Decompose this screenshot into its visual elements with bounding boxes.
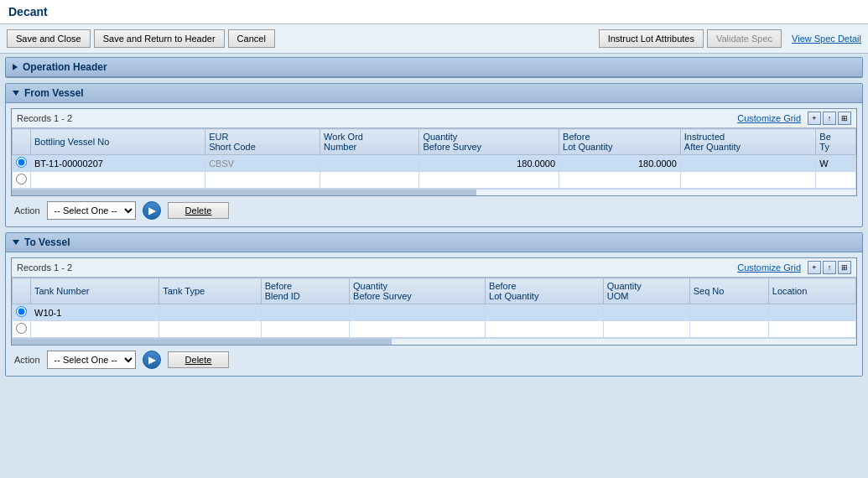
view-spec-link[interactable]: View Spec Detail bbox=[792, 34, 861, 44]
from-vessel-col-vessel-no: Bottling Vessel No bbox=[31, 129, 205, 155]
to-vessel-grid-header: Records 1 - 2 Customize Grid + ↑ ⊞ bbox=[12, 258, 856, 278]
to-vessel-table: Tank Number Tank Type BeforeBlend ID Qua… bbox=[12, 278, 856, 338]
to-vessel-row2-seq-no bbox=[689, 321, 768, 338]
operation-header-section: Operation Header bbox=[5, 57, 863, 78]
from-vessel-action-label: Action bbox=[14, 205, 40, 216]
to-vessel-col-seq-no: Seq No bbox=[689, 278, 768, 304]
to-vessel-grid-icons: + ↑ ⊞ bbox=[808, 261, 851, 274]
from-vessel-col-radio bbox=[13, 129, 31, 155]
from-vessel-row2-be-ty bbox=[816, 172, 856, 189]
from-vessel-col-instructed: InstructedAfter Quantity bbox=[680, 129, 816, 155]
to-vessel-col-tank-number: Tank Number bbox=[31, 278, 159, 304]
to-vessel-delete-button[interactable]: Delete bbox=[168, 351, 230, 368]
from-vessel-action-row: Action -- Select One -- ▶ Delete bbox=[11, 196, 857, 221]
to-vessel-row1-before-blend bbox=[261, 304, 349, 321]
to-vessel-go-button[interactable]: ▶ bbox=[143, 351, 161, 369]
to-vessel-row1-seq-no bbox=[689, 304, 768, 321]
expand-icon bbox=[13, 91, 19, 96]
from-vessel-row1-radio[interactable] bbox=[13, 155, 31, 172]
to-vessel-row2-location bbox=[768, 321, 855, 338]
from-vessel-row2-instructed bbox=[680, 172, 816, 189]
to-vessel-row2-before-blend bbox=[261, 321, 349, 338]
collapse-icon bbox=[13, 64, 18, 70]
from-vessel-row2-radio[interactable] bbox=[13, 172, 31, 189]
to-vessel-grid-icon[interactable]: ⊞ bbox=[838, 261, 851, 274]
from-vessel-scroll-thumb bbox=[12, 190, 476, 195]
from-vessel-col-eur: EURShort Code bbox=[205, 129, 320, 155]
to-vessel-scroll-thumb bbox=[12, 339, 392, 345]
to-vessel-records: Records 1 - 2 bbox=[17, 262, 72, 273]
to-vessel-col-qty-before: QuantityBefore Survey bbox=[350, 278, 486, 304]
from-vessel-grid-header: Records 1 - 2 Customize Grid + ↑ ⊞ bbox=[12, 109, 856, 128]
from-vessel-row1-qty-before: 180.0000 bbox=[419, 155, 559, 172]
to-vessel-row1-qty-uom bbox=[603, 304, 689, 321]
from-vessel-grid: Records 1 - 2 Customize Grid + ↑ ⊞ bbox=[11, 108, 857, 196]
to-vessel-col-radio bbox=[13, 278, 31, 304]
to-vessel-row1-radio[interactable] bbox=[13, 304, 31, 321]
to-vessel-col-before-lot: BeforeLot Quantity bbox=[486, 278, 604, 304]
from-vessel-delete-button[interactable]: Delete bbox=[168, 202, 230, 219]
from-vessel-row-1[interactable]: BT-11-00000207 CBSV 180.0000 180.0000 W bbox=[13, 155, 856, 172]
to-vessel-row2-qty-before bbox=[350, 321, 486, 338]
to-vessel-grid: Records 1 - 2 Customize Grid + ↑ ⊞ bbox=[11, 257, 857, 346]
to-vessel-expand-icon bbox=[13, 240, 19, 245]
to-vessel-customize[interactable]: Customize Grid bbox=[737, 262, 801, 273]
to-vessel-body: Records 1 - 2 Customize Grid + ↑ ⊞ bbox=[6, 252, 862, 376]
to-vessel-toggle[interactable]: To Vessel bbox=[6, 233, 862, 252]
from-vessel-toggle[interactable]: From Vessel bbox=[6, 84, 862, 103]
toolbar: Save and Close Save and Return to Header… bbox=[0, 24, 868, 54]
to-vessel-row1-tank-number: W10-1 bbox=[31, 304, 159, 321]
page-title: Decant bbox=[0, 0, 868, 24]
to-vessel-row2-radio[interactable] bbox=[13, 321, 31, 338]
to-vessel-row1-qty-before bbox=[350, 304, 486, 321]
from-vessel-grid-icon[interactable]: ⊞ bbox=[838, 112, 851, 125]
from-vessel-scrollbar[interactable] bbox=[12, 189, 856, 195]
to-vessel-row1-location bbox=[768, 304, 855, 321]
from-vessel-upload-icon[interactable]: ↑ bbox=[823, 112, 836, 125]
to-vessel-row-1[interactable]: W10-1 bbox=[13, 304, 856, 321]
from-vessel-row1-be-ty: W bbox=[816, 155, 856, 172]
to-vessel-row-2[interactable] bbox=[13, 321, 856, 338]
to-vessel-row2-before-lot bbox=[486, 321, 604, 338]
from-vessel-action-select[interactable]: -- Select One -- bbox=[47, 201, 136, 220]
to-vessel-col-tank-type: Tank Type bbox=[159, 278, 261, 304]
to-vessel-row2-qty-uom bbox=[603, 321, 689, 338]
from-vessel-row1-eur: CBSV bbox=[205, 155, 320, 172]
from-vessel-row2-work-ord bbox=[320, 172, 419, 189]
from-vessel-col-be-ty: BeTy bbox=[816, 129, 856, 155]
from-vessel-label: From Vessel bbox=[24, 87, 84, 99]
instruct-lot-button[interactable]: Instruct Lot Attributes bbox=[599, 29, 704, 48]
main-content: Operation Header From Vessel Records 1 -… bbox=[0, 54, 868, 478]
from-vessel-row2-before-lot bbox=[559, 172, 681, 189]
validate-spec-button: Validate Spec bbox=[707, 29, 782, 48]
from-vessel-go-button[interactable]: ▶ bbox=[143, 201, 161, 220]
from-vessel-col-work-ord: Work OrdNumber bbox=[320, 129, 419, 155]
to-vessel-row2-tank-type bbox=[159, 321, 261, 338]
from-vessel-customize[interactable]: Customize Grid bbox=[737, 113, 801, 123]
from-vessel-row2-vessel-no bbox=[31, 172, 205, 189]
cancel-button[interactable]: Cancel bbox=[228, 29, 275, 48]
from-vessel-records: Records 1 - 2 bbox=[17, 113, 72, 123]
from-vessel-row1-instructed bbox=[680, 155, 816, 172]
to-vessel-add-icon[interactable]: + bbox=[808, 261, 821, 274]
save-close-button[interactable]: Save and Close bbox=[7, 29, 91, 48]
to-vessel-action-select[interactable]: -- Select One -- bbox=[47, 351, 136, 369]
from-vessel-col-qty-before: QuantityBefore Survey bbox=[419, 129, 559, 155]
from-vessel-row1-before-lot: 180.0000 bbox=[559, 155, 681, 172]
from-vessel-section: From Vessel Records 1 - 2 Customize Grid… bbox=[5, 83, 863, 227]
to-vessel-upload-icon[interactable]: ↑ bbox=[823, 261, 836, 274]
to-vessel-action-row: Action -- Select One -- ▶ Delete bbox=[11, 346, 857, 371]
from-vessel-row2-qty-before bbox=[419, 172, 559, 189]
from-vessel-row1-work-ord bbox=[320, 155, 419, 172]
to-vessel-label: To Vessel bbox=[24, 236, 70, 248]
from-vessel-row2-eur bbox=[205, 172, 320, 189]
to-vessel-col-before-blend: BeforeBlend ID bbox=[261, 278, 349, 304]
operation-header-toggle[interactable]: Operation Header bbox=[6, 58, 862, 77]
save-return-button[interactable]: Save and Return to Header bbox=[94, 29, 225, 48]
to-vessel-scrollbar[interactable] bbox=[12, 338, 856, 345]
to-vessel-section: To Vessel Records 1 - 2 Customize Grid +… bbox=[5, 232, 863, 377]
to-vessel-row1-before-lot bbox=[486, 304, 604, 321]
from-vessel-row-2[interactable] bbox=[13, 172, 856, 189]
from-vessel-row1-vessel-no: BT-11-00000207 bbox=[31, 155, 205, 172]
from-vessel-add-icon[interactable]: + bbox=[808, 112, 821, 125]
